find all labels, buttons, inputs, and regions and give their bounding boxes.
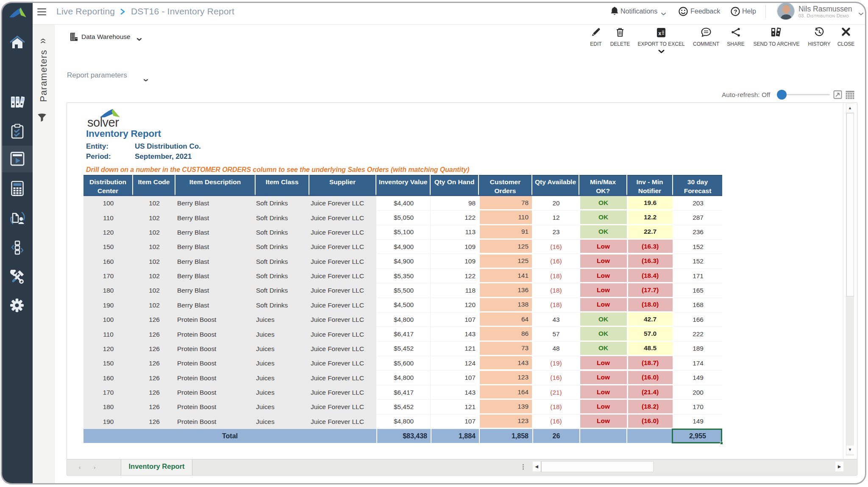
svg-text:x: x	[659, 30, 662, 36]
svg-text:?: ?	[734, 8, 737, 15]
